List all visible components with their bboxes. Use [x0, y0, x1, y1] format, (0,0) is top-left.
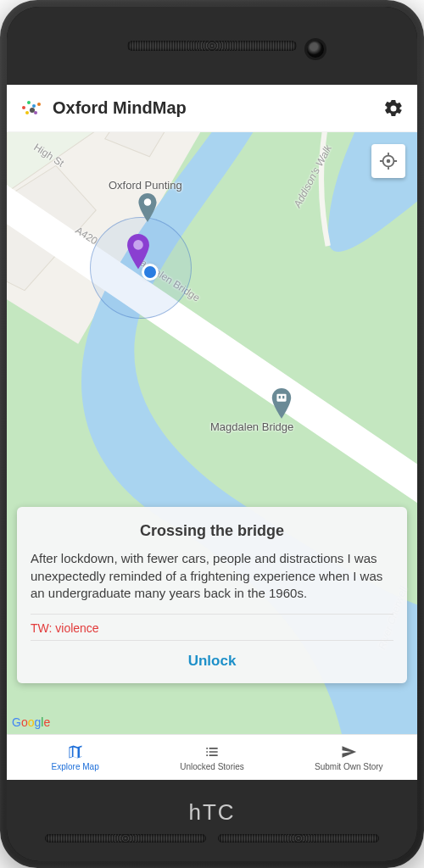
gear-icon — [383, 98, 404, 119]
oxford-punting-pin[interactable] — [137, 193, 159, 227]
svg-rect-7 — [276, 394, 286, 402]
tab-unlocked-stories[interactable]: Unlocked Stories — [143, 735, 280, 780]
tab-label: Explore Map — [52, 762, 99, 771]
svg-point-5 — [144, 198, 151, 205]
app-header: Oxford MindMap — [7, 85, 417, 132]
tab-label: Unlocked Stories — [180, 762, 244, 771]
device-brand: hTC — [188, 799, 235, 826]
bottom-speakers — [45, 834, 379, 843]
send-icon — [340, 743, 357, 760]
trigger-warning: TW: violence — [31, 614, 393, 640]
svg-rect-9 — [282, 396, 284, 398]
user-location-dot — [144, 266, 156, 278]
bezel-bottom: hTC — [7, 780, 417, 861]
map-pin-icon — [270, 388, 293, 420]
front-camera — [307, 41, 324, 58]
svg-rect-8 — [279, 396, 281, 398]
list-icon — [204, 743, 220, 760]
google-attribution: Google — [12, 715, 50, 729]
tab-label: Submit Own Story — [315, 762, 383, 771]
crosshair-icon — [379, 152, 398, 170]
map-view[interactable]: High St A420 Magdalen Bridge Addison's W… — [7, 132, 417, 734]
settings-button[interactable] — [382, 97, 405, 120]
story-card: Crossing the bridge After lockdown, with… — [17, 507, 407, 683]
bottom-speaker-left — [45, 834, 206, 843]
poi-label-oxford-punting: Oxford Punting — [109, 179, 182, 192]
locate-me-button[interactable] — [371, 144, 405, 178]
bottom-tabbar: Explore Map Unlocked Stories Submit Own … — [7, 734, 417, 780]
bezel-top — [7, 7, 417, 85]
svg-point-6 — [133, 240, 143, 250]
app-title: Oxford MindMap — [53, 98, 187, 118]
tab-explore-map[interactable]: Explore Map — [7, 735, 143, 780]
unlock-button[interactable]: Unlock — [31, 640, 393, 683]
phone-frame: Oxford MindMap — [0, 0, 424, 868]
map-pin-icon — [137, 193, 159, 224]
story-title: Crossing the bridge — [31, 522, 393, 540]
magdalen-bridge-pin[interactable] — [270, 388, 293, 424]
phone-inner: Oxford MindMap — [7, 7, 417, 861]
story-body: After lockdown, with fewer cars, people … — [31, 550, 393, 602]
bottom-speaker-right — [218, 834, 379, 843]
brain-logo-icon — [19, 97, 44, 120]
app-screen: Oxford MindMap — [7, 85, 417, 780]
app-title-wrap: Oxford MindMap — [19, 97, 187, 120]
svg-point-11 — [387, 159, 391, 164]
top-speaker — [127, 41, 297, 51]
tab-submit-story[interactable]: Submit Own Story — [281, 735, 417, 780]
map-icon — [67, 743, 84, 760]
